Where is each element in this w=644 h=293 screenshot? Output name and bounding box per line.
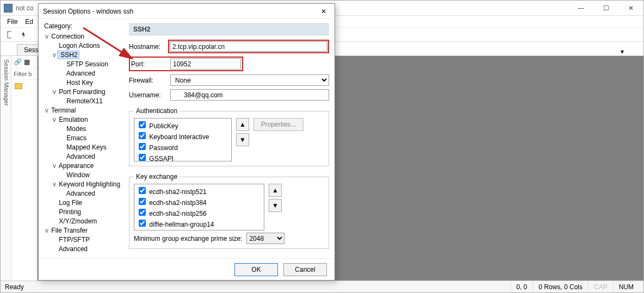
auth-list[interactable]: PublicKey Keyboard Interactive Password … [134, 118, 232, 161]
tree-node-file-transfer[interactable]: v File Transfer [44, 226, 126, 235]
filter-label: Filter b [11, 68, 37, 80]
category-tree[interactable]: v Connection Logon Actionsv SSH2 SFTP Se… [44, 32, 126, 254]
dialog-title: Session Options - windows ssh [43, 8, 317, 15]
status-bar: Ready 0, 0 0 Rows, 0 Cols CAP NUM [1, 280, 643, 292]
tree-node-remote-x11[interactable]: Remote/X11 [44, 97, 126, 106]
menu-file[interactable]: File [4, 17, 21, 27]
auth-publickey[interactable]: PublicKey [137, 120, 229, 130]
tree-node-printing[interactable]: Printing [44, 208, 126, 217]
dialog-close-button[interactable]: ✕ [317, 5, 330, 18]
session-manager-pane: 🔗 ▦ Filter b [11, 56, 38, 280]
ok-button[interactable]: OK [234, 263, 278, 276]
tree-node-ssh2[interactable]: v SSH2 [44, 51, 126, 60]
dialog-titlebar: Session Options - windows ssh ✕ [39, 4, 335, 19]
status-ready: Ready [5, 283, 24, 291]
hostname-highlight: Hostname: [129, 40, 329, 53]
tree-node-appearance[interactable]: v Appearance [44, 161, 126, 171]
status-size: 0 Rows, 0 Cols [532, 281, 588, 292]
app-icon [4, 4, 13, 13]
minimize-button[interactable]: — [568, 1, 593, 16]
auth-group: Authentication PublicKey Keyboard Intera… [129, 107, 329, 166]
kex-ecdh-sha2-nistp521[interactable]: ecdh-sha2-nistp521 [137, 185, 262, 196]
firewall-label: Firewall: [129, 77, 170, 84]
minprime-select[interactable]: 2048 [246, 233, 284, 244]
firewall-select[interactable]: None [170, 74, 329, 86]
session-options-dialog: Session Options - windows ssh ✕ Category… [38, 3, 335, 280]
folder-icon [15, 83, 22, 89]
tree-node-advanced[interactable]: Advanced [44, 69, 126, 78]
status-pos: 0, 0 [510, 281, 532, 292]
auth-legend: Authentication [134, 107, 179, 115]
tree-node-window[interactable]: Window [44, 171, 126, 180]
close-button[interactable]: ✕ [618, 1, 643, 16]
tree-node-advanced[interactable]: Advanced [44, 152, 126, 161]
kex-move-down[interactable]: ▼ [269, 199, 282, 212]
session-manager-tab[interactable]: Session Manager [1, 56, 11, 280]
hostname-label: Hostname: [129, 43, 168, 51]
grid-icon[interactable]: ▦ [24, 58, 30, 66]
tree-node-emacs[interactable]: Emacs [44, 134, 126, 143]
minprime-label: Minimum group exchange prime size: [134, 235, 242, 242]
auth-keyboard-interactive[interactable]: Keyboard Interactive [137, 130, 229, 141]
tree-node-log-file[interactable]: Log File [44, 198, 126, 208]
tree-node-emulation[interactable]: v Emulation [44, 115, 126, 124]
kex-diffie-hellman-group14[interactable]: diffie-hellman-group14 [137, 218, 262, 229]
port-label: Port: [131, 60, 170, 68]
auth-password[interactable]: Password [137, 141, 229, 152]
kex-list[interactable]: ecdh-sha2-nistp521 ecdh-sha2-nistp384 ec… [134, 184, 264, 230]
ssh2-header: SSH2 [129, 23, 329, 35]
tree-node-modes[interactable]: Modes [44, 124, 126, 134]
tree-node-sftp-session[interactable]: SFTP Session [44, 60, 126, 69]
toolbar-btn-1[interactable] [4, 29, 15, 40]
port-highlight: Port: [129, 57, 243, 71]
menu-edit[interactable]: Ed [22, 17, 36, 27]
auth-properties-button: Properties... [253, 118, 304, 131]
kex-ecdh-sha2-nistp384[interactable]: ecdh-sha2-nistp384 [137, 196, 262, 207]
username-input[interactable] [170, 89, 329, 101]
port-input[interactable] [170, 58, 241, 70]
auth-gssapi[interactable]: GSSAPI [137, 152, 229, 161]
kex-ecdh-sha2-nistp256[interactable]: ecdh-sha2-nistp256 [137, 207, 262, 218]
sessions-folder[interactable] [11, 80, 37, 94]
maximize-button[interactable]: ☐ [593, 1, 618, 16]
category-label: Category: [44, 22, 126, 30]
tree-node-advanced[interactable]: Advanced [44, 189, 126, 198]
link-icon[interactable]: 🔗 [14, 58, 22, 66]
svg-rect-0 [8, 32, 11, 38]
status-cap: CAP [588, 281, 613, 292]
username-label: Username: [129, 91, 170, 99]
tree-node-host-key[interactable]: Host Key [44, 78, 126, 88]
hostname-input[interactable] [170, 41, 327, 52]
kex-group: Key exchange ecdh-sha2-nistp521 ecdh-sha… [129, 173, 329, 249]
tree-node-ftp-sftp[interactable]: FTP/SFTP [44, 235, 126, 245]
kex-legend: Key exchange [134, 173, 179, 180]
cancel-button[interactable]: Cancel [283, 263, 327, 276]
tree-node-x-y-zmodem[interactable]: X/Y/Zmodem [44, 217, 126, 226]
kex-diffie-hellman-group-exchange-sha256[interactable]: diffie-hellman-group-exchange-sha256 [137, 229, 262, 230]
auth-move-down[interactable]: ▼ [236, 133, 249, 146]
tree-node-terminal[interactable]: v Terminal [44, 106, 126, 115]
tree-node-connection[interactable]: v Connection [44, 32, 126, 41]
tree-node-advanced[interactable]: Advanced [44, 245, 126, 254]
tree-node-logon-actions[interactable]: Logon Actions [44, 41, 126, 51]
tree-node-keyword-highlighting[interactable]: v Keyword Highlighting [44, 180, 126, 189]
tree-node-mapped-keys[interactable]: Mapped Keys [44, 143, 126, 152]
tree-node-port-forwarding[interactable]: v Port Forwarding [44, 88, 126, 97]
auth-move-up[interactable]: ▲ [236, 118, 249, 131]
toolbar-btn-bolt[interactable] [17, 29, 28, 40]
tabs-dropdown[interactable]: ▾ [617, 48, 627, 55]
status-num: NUM [613, 281, 639, 292]
kex-move-up[interactable]: ▲ [269, 184, 282, 197]
